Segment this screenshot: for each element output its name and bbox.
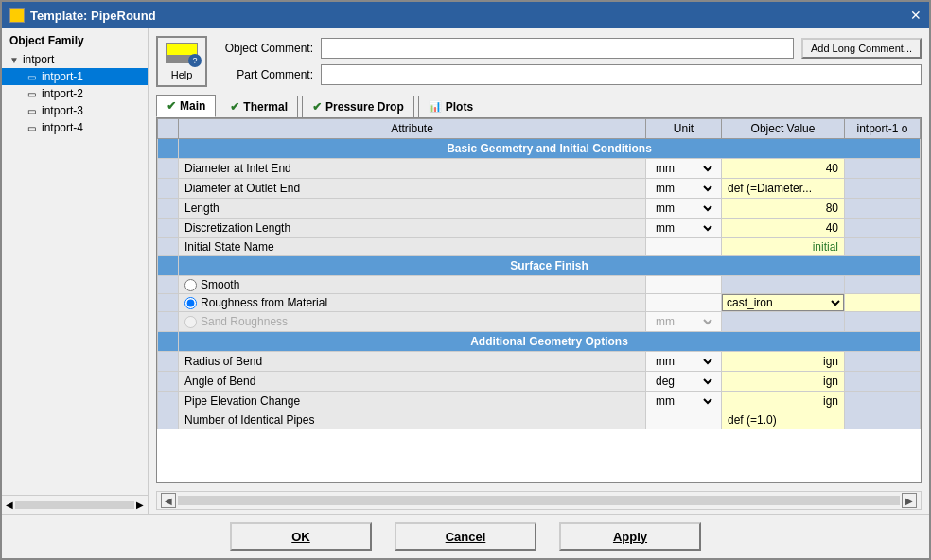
table-row: Diameter at Inlet End mm in 40 [158,159,921,179]
value-pipe-elevation[interactable]: ign [722,392,845,411]
section-rownum-2 [158,256,179,276]
part-comment-row: Part Comment: [219,64,922,85]
title-bar: Template: PipeRound ✕ [2,2,929,28]
attr-roughness-material[interactable]: Roughness from Material [179,294,646,312]
sidebar-item-intport-4[interactable]: ▭ intport-4 [2,119,148,136]
scroll-right-arrow[interactable]: ▶ [902,493,917,508]
col-object-value: Object Value [722,119,845,139]
row-num-1 [158,159,179,179]
section-surface-finish: Surface Finish [158,256,921,276]
scroll-left-icon[interactable]: ◀ [6,499,13,510]
pipe-icon-2: ▭ [25,87,38,100]
sidebar-label-1: intport-1 [42,70,83,83]
value-num-pipes[interactable]: def (=1.0) [722,411,845,429]
window-title: Template: PipeRound [30,9,156,23]
sand-roughness-text: Sand Roughness [201,315,288,328]
tab-main[interactable]: ✔ Main [156,95,216,117]
attr-angle-bend: Angle of Bend [179,372,646,392]
value-discr-length[interactable]: 40 [722,219,845,238]
table-row: Pipe Elevation Change mm ign [158,392,921,411]
unit-diameter-outlet[interactable]: mm in [646,179,722,199]
unit-select-diameter-inlet[interactable]: mm in [652,161,715,176]
smooth-radio-label[interactable]: Smooth [184,278,640,291]
unit-select-sand[interactable]: mm [652,314,715,329]
sidebar-hscroll[interactable]: ◀ ▶ [2,495,148,514]
tree-root-intport[interactable]: ▼ intport [2,51,148,68]
help-icon-container: ? [166,43,198,63]
object-comment-input[interactable] [321,38,794,59]
sidebar-item-intport-2[interactable]: ▭ intport-2 [2,85,148,102]
tab-thermal-label: Thermal [243,100,288,114]
sidebar-item-intport-3[interactable]: ▭ intport-3 [2,102,148,119]
add-long-comment-button[interactable]: Add Long Comment... [801,38,922,59]
attr-smooth[interactable]: Smooth [179,276,646,294]
unit-select-diameter-outlet[interactable]: mm in [652,181,715,196]
table-row: Length mm m 80 [158,199,921,219]
value-roughness-material[interactable]: cast_iron smooth [722,294,845,312]
unit-select-discr-length[interactable]: mm m [652,220,715,236]
table-hscroll[interactable]: ◀ ▶ [156,491,922,510]
help-button[interactable]: ? Help [156,36,207,87]
sidebar-label-2: intport-2 [42,87,83,100]
attr-diameter-outlet: Diameter at Outlet End [179,179,646,199]
value-radius-bend[interactable]: ign [722,352,845,372]
sand-roughness-label[interactable]: Sand Roughness [184,315,640,328]
tab-plots-label: Plots [446,100,473,114]
tab-pressure-label: Pressure Drop [325,100,404,114]
cast-iron-select[interactable]: cast_iron smooth [722,294,844,311]
unit-pipe-elevation[interactable]: mm [646,392,722,411]
sand-roughness-radio[interactable] [184,316,197,328]
ok-button[interactable]: OK [230,522,372,551]
smooth-radio[interactable] [184,279,197,291]
col-rownum [158,119,179,139]
scroll-track[interactable] [178,496,900,505]
intport-pipe-elevation [845,392,921,411]
value-diameter-inlet[interactable]: 40 [722,159,845,179]
roughness-material-label[interactable]: Roughness from Material [184,296,640,309]
unit-select-angle-bend[interactable]: deg rad [652,374,715,389]
unit-sand-roughness[interactable]: mm [646,312,722,332]
unit-discr-length[interactable]: mm m [646,219,722,238]
value-angle-bend[interactable]: ign [722,372,845,392]
part-comment-input[interactable] [321,64,922,85]
row-num-5 [158,238,179,256]
scroll-left-arrow[interactable]: ◀ [161,493,176,508]
tab-plots[interactable]: 📊 Plots [418,96,483,117]
unit-select-radius-bend[interactable]: mm [652,354,715,369]
bottom-bar: OK Cancel Apply [2,514,929,558]
tab-thermal[interactable]: ✔ Thermal [220,96,298,117]
unit-select-length[interactable]: mm m [652,201,715,216]
value-length[interactable]: 80 [722,199,845,219]
tab-pressure-drop[interactable]: ✔ Pressure Drop [302,96,414,117]
attributes-table: Attribute Unit Object Value intport-1 o … [157,118,921,429]
cancel-button[interactable]: Cancel [395,522,536,551]
tab-pressure-check: ✔ [312,100,322,114]
unit-smooth [646,276,722,294]
table-row: Roughness from Material cast_iron smooth [158,294,921,312]
value-diameter-outlet[interactable]: def (=Diameter... [722,179,845,199]
attr-pipe-elevation: Pipe Elevation Change [179,392,646,411]
unit-angle-bend[interactable]: deg rad [646,372,722,392]
apply-button[interactable]: Apply [559,522,701,551]
row-num-7 [158,294,179,312]
pipe-icon-3: ▭ [25,104,38,117]
sidebar-item-intport-1[interactable]: ▭ intport-1 [2,68,148,85]
table-row: Radius of Bend mm ign [158,352,921,372]
section-rownum-3 [158,332,179,352]
intport-discr-length [845,219,921,238]
table-row: Initial State Name initial [158,238,921,256]
value-initial-state[interactable]: initial [722,238,845,256]
scroll-right-icon[interactable]: ▶ [136,499,144,510]
unit-diameter-inlet[interactable]: mm in [646,159,722,179]
sidebar-scroll-track[interactable] [15,501,134,509]
unit-radius-bend[interactable]: mm [646,352,722,372]
intport-radius-bend [845,352,921,372]
unit-select-pipe-elevation[interactable]: mm [652,394,715,409]
expand-icon: ▼ [9,55,19,65]
roughness-material-radio[interactable] [184,297,197,309]
attr-sand-roughness[interactable]: Sand Roughness [179,312,646,332]
attr-discr-length: Discretization Length [179,219,646,238]
close-button[interactable]: ✕ [910,8,922,23]
table-row: Smooth [158,276,921,294]
unit-length[interactable]: mm m [646,199,722,219]
